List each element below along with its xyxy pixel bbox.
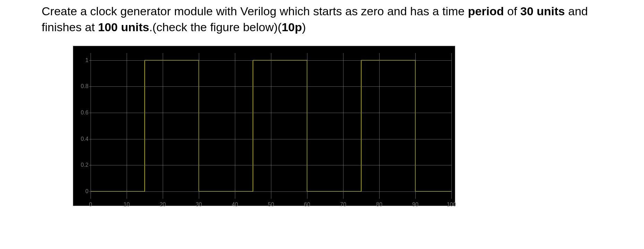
y-tick-label: 0.6: [81, 110, 88, 116]
y-tick-mark: [89, 86, 91, 87]
y-tick-mark: [89, 139, 91, 139]
x-tick-label: 70: [340, 201, 346, 208]
y-gridline: [91, 165, 451, 165]
q-bold3: 100 units: [98, 20, 149, 34]
x-tick-label: 30: [196, 201, 202, 208]
x-tick-label: 100: [447, 201, 456, 208]
y-tick-mark: [89, 165, 91, 165]
y-tick-label: 1: [85, 57, 88, 63]
y-tick-label: 0.8: [81, 83, 88, 89]
q-bold2: 30 units: [520, 5, 565, 18]
chart-container: 010203040506070809010000.20.40.60.81: [73, 46, 602, 206]
q-bold4: 10p: [282, 20, 302, 34]
y-tick-label: 0.2: [81, 162, 88, 168]
x-tick-label: 50: [268, 201, 274, 208]
x-gridline: [415, 53, 416, 199]
q-part5: ): [302, 20, 306, 34]
x-gridline: [379, 53, 380, 199]
q-part2: of: [504, 5, 520, 18]
x-gridline: [235, 53, 235, 199]
y-tick-label: 0.4: [81, 136, 88, 142]
y-tick-mark: [89, 113, 91, 113]
x-gridline: [451, 53, 452, 199]
x-tick-label: 80: [376, 201, 382, 208]
y-gridline: [91, 139, 451, 139]
question-text: Create a clock generator module with Ver…: [42, 3, 602, 35]
x-gridline: [307, 53, 307, 199]
q-part4: .(check the figure below)(: [149, 20, 282, 34]
x-tick-label: 10: [124, 201, 130, 208]
q-bold1: period: [468, 5, 504, 18]
y-gridline: [91, 113, 451, 113]
y-tick-mark: [89, 60, 91, 61]
x-gridline: [91, 53, 91, 199]
y-tick-label: 0: [85, 188, 88, 195]
x-gridline: [199, 53, 199, 199]
x-tick-label: 20: [160, 201, 166, 208]
x-gridline: [163, 53, 163, 199]
x-tick-label: 90: [412, 201, 418, 208]
y-gridline: [91, 60, 451, 61]
x-tick-label: 0: [89, 201, 92, 208]
waveform-chart: 010203040506070809010000.20.40.60.81: [73, 46, 455, 206]
y-tick-mark: [89, 191, 91, 192]
x-tick-label: 60: [304, 201, 310, 208]
page: Create a clock generator module with Ver…: [0, 0, 644, 206]
x-gridline: [343, 53, 344, 199]
x-gridline: [127, 53, 127, 199]
y-gridline: [91, 191, 451, 192]
q-part1: Create a clock generator module with Ver…: [42, 5, 468, 18]
x-tick-label: 40: [232, 201, 238, 208]
y-gridline: [91, 86, 451, 87]
x-gridline: [271, 53, 271, 199]
plot-area: 010203040506070809010000.20.40.60.81: [91, 53, 451, 199]
